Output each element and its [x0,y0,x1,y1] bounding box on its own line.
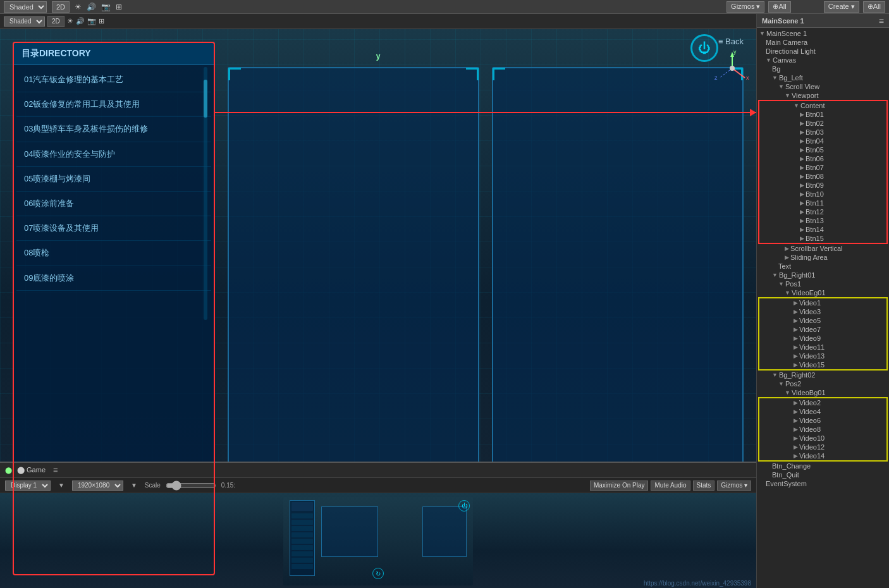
create-btn[interactable]: Create ▾ [824,1,859,13]
h-item-video12[interactable]: ▶ Video12 [759,443,886,451]
game-label: ⬤ Game [17,466,46,474]
scene-shading-select[interactable]: Shaded [4,16,45,27]
lighting-icon[interactable]: ☀ [75,3,82,11]
h-item-scrollbar-v[interactable]: ▶ Scrollbar Vertical [757,244,889,253]
h-item-btn13[interactable]: ▶ Btn13 [759,216,886,225]
label-btn08: Btn08 [806,173,824,180]
h-item-videobg01-2[interactable]: ▼ VideoBg01 [757,388,889,397]
h-item-btn02[interactable]: ▶ Btn02 [759,119,886,128]
toolbar-right: Gizmos ▾ ⊕All Create ▾ ⊕All [727,1,885,13]
h-item-btn04[interactable]: ▶ Btn04 [759,137,886,145]
2d-mode-btn[interactable]: 2D [52,1,70,13]
arrow-btn12: ▶ [800,209,804,215]
h-item-dirlight[interactable]: Directional Light [757,47,889,56]
h-item-scrollview[interactable]: ▼ Scroll View [757,82,889,91]
h-item-canvas[interactable]: ▼ Canvas [757,56,889,64]
hierarchy-title: MainScene 1 [762,17,804,25]
shading-select[interactable]: Shaded [4,1,47,13]
scene-audio-icon[interactable]: 🔊 [76,17,85,25]
arrow-videobg01-2: ▼ [785,389,790,396]
dir-item-1[interactable]: 01汽车钣金修理的基本工艺 [16,68,211,92]
h-item-bgright02[interactable]: ▼ Bg_Right02 [757,371,889,379]
mute-audio-btn[interactable]: Mute Audio [651,481,690,491]
h-item-pos1[interactable]: ▼ Pos1 [757,279,889,288]
h-item-video3[interactable]: ▶ Video3 [759,307,886,316]
h-item-video7[interactable]: ▶ Video7 [759,325,886,334]
h-item-btn11[interactable]: ▶ Btn11 [759,199,886,207]
dir-item-5[interactable]: 05喷漆棚与烤漆间 [16,167,211,192]
camera-icon[interactable]: 📷 [101,3,111,11]
h-item-btn01[interactable]: ▶ Btn01 [759,110,886,119]
dir-item-2[interactable]: 02钣金修复的常用工具及其使用 [16,92,211,117]
h-item-btn12[interactable]: ▶ Btn12 [759,207,886,216]
maximize-on-play-btn[interactable]: Maximize On Play [590,481,649,491]
h-item-btn07[interactable]: ▶ Btn07 [759,163,886,172]
h-item-btn09[interactable]: ▶ Btn09 [759,181,886,190]
h-item-video14[interactable]: ▶ Video14 [759,451,886,460]
label-eventsystem: EventSystem [766,480,807,487]
gizmos-game-btn[interactable]: Gizmos ▾ [717,481,751,491]
h-item-sliding-area[interactable]: ▶ Sliding Area [757,253,889,262]
fx-icon[interactable]: ⊞ [116,3,122,11]
h-item-video15[interactable]: ▶ Video15 [759,360,886,369]
hierarchy-menu-icon[interactable]: ≡ [879,16,884,26]
h-item-videobg01[interactable]: ▼ VideoEg01 [757,288,889,297]
audio-icon[interactable]: 🔊 [87,3,96,11]
h-item-bg[interactable]: Bg [757,64,889,73]
h-item-btn05[interactable]: ▶ Btn05 [759,145,886,154]
h-item-eventsystem[interactable]: EventSystem [757,479,889,488]
h-item-btn15[interactable]: ▶ Btn15 [759,234,886,243]
h-item-btn08[interactable]: ▶ Btn08 [759,172,886,181]
h-item-btnquit[interactable]: Btn_Quit [757,470,889,479]
dir-item-8[interactable]: 08喷枪 [16,241,211,266]
gizmos-btn[interactable]: Gizmos ▾ [727,1,764,13]
h-item-bgright01[interactable]: ▼ Bg_Right01 [757,271,889,279]
scene-camera-icon[interactable]: 📷 [87,17,96,25]
stats-btn[interactable]: Stats [693,481,715,491]
h-item-video9[interactable]: ▶ Video9 [759,334,886,343]
h-item-btn10[interactable]: ▶ Btn10 [759,190,886,199]
h-item-video6[interactable]: ▶ Video6 [759,416,886,425]
h-item-video4[interactable]: ▶ Video4 [759,407,886,416]
scene-light-icon[interactable]: ☀ [67,17,73,25]
h-item-bgleft[interactable]: ▼ Bg_Left [757,73,889,82]
scrollbar-thumb[interactable] [204,80,207,118]
h-item-btn14[interactable]: ▶ Btn14 [759,225,886,234]
dir-item-7[interactable]: 07喷漆设备及其使用 [16,216,211,241]
dir-item-4[interactable]: 04喷漆作业的安全与防护 [16,142,211,167]
dir-item-3[interactable]: 03典型轿车车身及板件损伤的维修 [16,117,211,142]
label-btn11: Btn11 [806,199,824,207]
scale-slider[interactable] [166,482,216,489]
h-item-video8[interactable]: ▶ Video8 [759,425,886,434]
scene-grid-icon[interactable]: ⊞ [99,17,104,25]
label-btn15: Btn15 [806,235,824,242]
game-menu-icon[interactable]: ≡ [53,465,58,475]
all-select-btn[interactable]: ⊕All [768,1,790,13]
display-select[interactable]: Display 1 [5,481,51,491]
h-item-btn06[interactable]: ▶ Btn06 [759,154,886,163]
arrow-canvas: ▼ [766,57,771,63]
hierarchy-content: ▼ MainScene 1 Main Camera Directional Li… [757,28,889,588]
h-item-viewport[interactable]: ▼ Viewport [757,91,889,100]
h-item-content[interactable]: ▼ Content [759,101,886,110]
create-all-btn[interactable]: ⊕All [863,1,885,13]
h-item-video11[interactable]: ▶ Video11 [759,343,886,352]
h-item-video2[interactable]: ▶ Video2 [759,398,886,407]
arrow-video6: ▶ [794,417,798,424]
h-item-pos2[interactable]: ▼ Pos2 [757,379,889,388]
resolution-select[interactable]: 1920×1080 [72,481,123,491]
label-video10: Video10 [799,434,825,442]
label-videobg01-2: VideoBg01 [792,389,826,396]
h-item-text[interactable]: Text [757,262,889,271]
h-item-btnchange[interactable]: Btn_Change [757,462,889,470]
h-item-btn03[interactable]: ▶ Btn03 [759,128,886,137]
dir-item-9[interactable]: 09底漆的喷涂 [16,266,211,291]
h-item-video10[interactable]: ▶ Video10 [759,434,886,443]
dir-item-6[interactable]: 06喷涂前准备 [16,192,211,216]
h-item-mainscene[interactable]: ▼ MainScene 1 [757,29,889,38]
h-item-video13[interactable]: ▶ Video13 [759,352,886,360]
h-item-video5[interactable]: ▶ Video5 [759,316,886,325]
h-item-maincamera[interactable]: Main Camera [757,38,889,47]
h-item-video1[interactable]: ▶ Video1 [759,298,886,307]
scene-2d-btn[interactable]: 2D [47,16,64,27]
